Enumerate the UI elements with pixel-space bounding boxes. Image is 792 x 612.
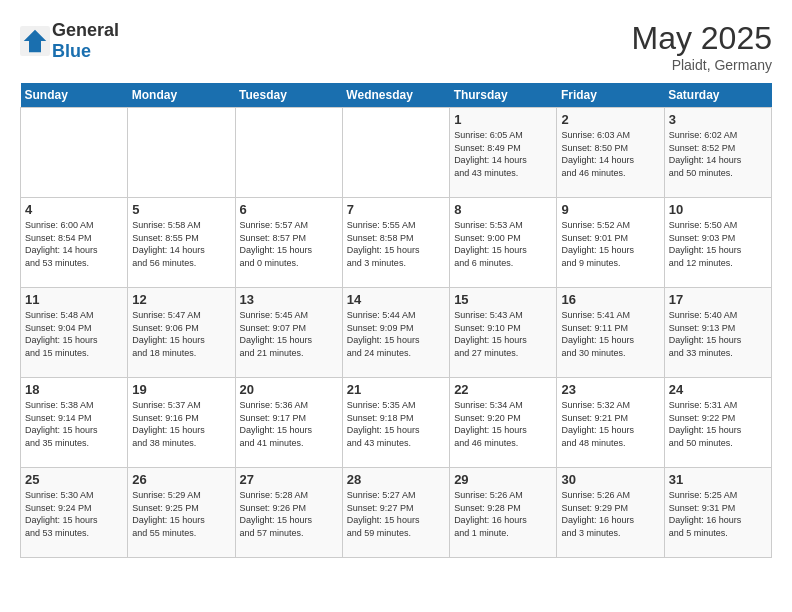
calendar-cell: 21Sunrise: 5:35 AM Sunset: 9:18 PM Dayli… [342,378,449,468]
day-info: Sunrise: 5:27 AM Sunset: 9:27 PM Dayligh… [347,489,445,539]
calendar-cell: 24Sunrise: 5:31 AM Sunset: 9:22 PM Dayli… [664,378,771,468]
calendar-cell [128,108,235,198]
day-info: Sunrise: 5:29 AM Sunset: 9:25 PM Dayligh… [132,489,230,539]
calendar-cell: 26Sunrise: 5:29 AM Sunset: 9:25 PM Dayli… [128,468,235,558]
calendar-cell: 5Sunrise: 5:58 AM Sunset: 8:55 PM Daylig… [128,198,235,288]
calendar-week-5: 25Sunrise: 5:30 AM Sunset: 9:24 PM Dayli… [21,468,772,558]
logo-icon [20,26,50,56]
calendar-header-row: SundayMondayTuesdayWednesdayThursdayFrid… [21,83,772,108]
day-info: Sunrise: 5:28 AM Sunset: 9:26 PM Dayligh… [240,489,338,539]
calendar-cell: 17Sunrise: 5:40 AM Sunset: 9:13 PM Dayli… [664,288,771,378]
calendar-cell: 4Sunrise: 6:00 AM Sunset: 8:54 PM Daylig… [21,198,128,288]
day-number: 5 [132,202,230,217]
calendar-cell: 19Sunrise: 5:37 AM Sunset: 9:16 PM Dayli… [128,378,235,468]
day-header-saturday: Saturday [664,83,771,108]
day-number: 13 [240,292,338,307]
day-number: 2 [561,112,659,127]
day-number: 30 [561,472,659,487]
calendar-cell: 15Sunrise: 5:43 AM Sunset: 9:10 PM Dayli… [450,288,557,378]
day-number: 16 [561,292,659,307]
day-info: Sunrise: 5:53 AM Sunset: 9:00 PM Dayligh… [454,219,552,269]
day-header-monday: Monday [128,83,235,108]
day-info: Sunrise: 5:37 AM Sunset: 9:16 PM Dayligh… [132,399,230,449]
calendar-cell: 22Sunrise: 5:34 AM Sunset: 9:20 PM Dayli… [450,378,557,468]
calendar-cell: 10Sunrise: 5:50 AM Sunset: 9:03 PM Dayli… [664,198,771,288]
day-header-thursday: Thursday [450,83,557,108]
day-header-friday: Friday [557,83,664,108]
calendar-cell: 14Sunrise: 5:44 AM Sunset: 9:09 PM Dayli… [342,288,449,378]
calendar-cell [342,108,449,198]
day-number: 12 [132,292,230,307]
calendar-week-1: 1Sunrise: 6:05 AM Sunset: 8:49 PM Daylig… [21,108,772,198]
calendar-cell: 25Sunrise: 5:30 AM Sunset: 9:24 PM Dayli… [21,468,128,558]
logo-text-general: General [52,20,119,40]
calendar-cell: 28Sunrise: 5:27 AM Sunset: 9:27 PM Dayli… [342,468,449,558]
day-number: 22 [454,382,552,397]
calendar-week-3: 11Sunrise: 5:48 AM Sunset: 9:04 PM Dayli… [21,288,772,378]
calendar-cell: 23Sunrise: 5:32 AM Sunset: 9:21 PM Dayli… [557,378,664,468]
day-number: 29 [454,472,552,487]
day-info: Sunrise: 5:57 AM Sunset: 8:57 PM Dayligh… [240,219,338,269]
day-info: Sunrise: 5:41 AM Sunset: 9:11 PM Dayligh… [561,309,659,359]
day-number: 7 [347,202,445,217]
day-info: Sunrise: 5:45 AM Sunset: 9:07 PM Dayligh… [240,309,338,359]
day-info: Sunrise: 5:50 AM Sunset: 9:03 PM Dayligh… [669,219,767,269]
day-number: 19 [132,382,230,397]
day-info: Sunrise: 6:03 AM Sunset: 8:50 PM Dayligh… [561,129,659,179]
day-number: 28 [347,472,445,487]
calendar-cell: 12Sunrise: 5:47 AM Sunset: 9:06 PM Dayli… [128,288,235,378]
day-info: Sunrise: 5:52 AM Sunset: 9:01 PM Dayligh… [561,219,659,269]
day-info: Sunrise: 5:26 AM Sunset: 9:28 PM Dayligh… [454,489,552,539]
day-info: Sunrise: 5:48 AM Sunset: 9:04 PM Dayligh… [25,309,123,359]
day-info: Sunrise: 6:02 AM Sunset: 8:52 PM Dayligh… [669,129,767,179]
calendar-cell [235,108,342,198]
calendar-cell: 9Sunrise: 5:52 AM Sunset: 9:01 PM Daylig… [557,198,664,288]
calendar-cell [21,108,128,198]
day-number: 6 [240,202,338,217]
day-info: Sunrise: 5:58 AM Sunset: 8:55 PM Dayligh… [132,219,230,269]
day-info: Sunrise: 5:34 AM Sunset: 9:20 PM Dayligh… [454,399,552,449]
day-number: 15 [454,292,552,307]
day-number: 18 [25,382,123,397]
day-info: Sunrise: 5:36 AM Sunset: 9:17 PM Dayligh… [240,399,338,449]
day-info: Sunrise: 5:30 AM Sunset: 9:24 PM Dayligh… [25,489,123,539]
day-header-sunday: Sunday [21,83,128,108]
calendar-cell: 16Sunrise: 5:41 AM Sunset: 9:11 PM Dayli… [557,288,664,378]
day-header-wednesday: Wednesday [342,83,449,108]
day-number: 21 [347,382,445,397]
day-info: Sunrise: 6:00 AM Sunset: 8:54 PM Dayligh… [25,219,123,269]
day-number: 23 [561,382,659,397]
day-number: 14 [347,292,445,307]
month-year: May 2025 [631,20,772,57]
page-header: General Blue May 2025 Plaidt, Germany [20,20,772,73]
day-info: Sunrise: 5:55 AM Sunset: 8:58 PM Dayligh… [347,219,445,269]
title-block: May 2025 Plaidt, Germany [631,20,772,73]
calendar-cell: 1Sunrise: 6:05 AM Sunset: 8:49 PM Daylig… [450,108,557,198]
day-number: 11 [25,292,123,307]
day-info: Sunrise: 5:31 AM Sunset: 9:22 PM Dayligh… [669,399,767,449]
calendar-cell: 2Sunrise: 6:03 AM Sunset: 8:50 PM Daylig… [557,108,664,198]
day-info: Sunrise: 5:38 AM Sunset: 9:14 PM Dayligh… [25,399,123,449]
day-number: 1 [454,112,552,127]
calendar-table: SundayMondayTuesdayWednesdayThursdayFrid… [20,83,772,558]
day-info: Sunrise: 5:26 AM Sunset: 9:29 PM Dayligh… [561,489,659,539]
day-info: Sunrise: 5:47 AM Sunset: 9:06 PM Dayligh… [132,309,230,359]
location: Plaidt, Germany [631,57,772,73]
day-number: 8 [454,202,552,217]
calendar-cell: 8Sunrise: 5:53 AM Sunset: 9:00 PM Daylig… [450,198,557,288]
calendar-cell: 7Sunrise: 5:55 AM Sunset: 8:58 PM Daylig… [342,198,449,288]
day-number: 3 [669,112,767,127]
calendar-cell: 29Sunrise: 5:26 AM Sunset: 9:28 PM Dayli… [450,468,557,558]
day-info: Sunrise: 5:40 AM Sunset: 9:13 PM Dayligh… [669,309,767,359]
day-header-tuesday: Tuesday [235,83,342,108]
day-info: Sunrise: 6:05 AM Sunset: 8:49 PM Dayligh… [454,129,552,179]
day-info: Sunrise: 5:43 AM Sunset: 9:10 PM Dayligh… [454,309,552,359]
calendar-cell: 18Sunrise: 5:38 AM Sunset: 9:14 PM Dayli… [21,378,128,468]
calendar-cell: 30Sunrise: 5:26 AM Sunset: 9:29 PM Dayli… [557,468,664,558]
day-number: 9 [561,202,659,217]
day-number: 20 [240,382,338,397]
day-info: Sunrise: 5:25 AM Sunset: 9:31 PM Dayligh… [669,489,767,539]
calendar-cell: 20Sunrise: 5:36 AM Sunset: 9:17 PM Dayli… [235,378,342,468]
calendar-cell: 6Sunrise: 5:57 AM Sunset: 8:57 PM Daylig… [235,198,342,288]
calendar-week-4: 18Sunrise: 5:38 AM Sunset: 9:14 PM Dayli… [21,378,772,468]
